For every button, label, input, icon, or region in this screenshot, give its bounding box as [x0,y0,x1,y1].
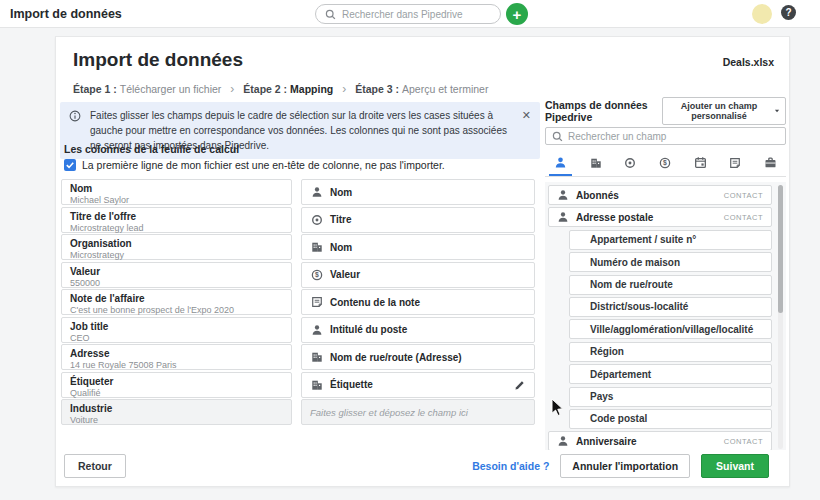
column-label: Industrie [70,403,283,414]
subfield-label: Code postal [590,413,647,424]
person-icon [310,186,323,198]
spreadsheet-column-cell[interactable]: Organisation Microstrategy [61,234,292,260]
help-icon[interactable]: ? [781,5,796,20]
mapped-field-cell[interactable]: Étiquette [301,372,535,398]
help-link[interactable]: Besoin d'aide ? [472,460,549,472]
column-label: Étiqueter [70,376,283,387]
step-1[interactable]: Étape 1 :Télécharger un fichier [73,83,221,95]
subfield-label: Région [590,346,624,357]
mapped-field-label: Valeur [330,269,360,280]
cancel-import-button[interactable]: Annuler l'importation [560,454,690,478]
field-search[interactable] [545,127,786,145]
step-2[interactable]: Étape 2 :Mapping [243,83,333,95]
tab-currency-icon[interactable]: $ [654,150,676,176]
mapped-field-label: Titre [330,214,352,225]
mapped-field-cell[interactable]: Nom [301,234,535,260]
organization-icon [310,241,323,253]
subfield-region[interactable]: Région [569,342,772,362]
tab-deal-icon[interactable] [619,150,641,176]
step-3[interactable]: Étape 3 :Aperçu et terminer [355,83,488,95]
add-custom-field-label: Ajouter un champ personnalisé [668,101,770,121]
person-icon [557,189,569,201]
mapped-field-label: Contenu de la note [330,297,420,308]
spreadsheet-column-cell[interactable]: Note de l'affaire C'est une bonne prospe… [61,289,292,315]
column-sample: Qualifié [70,388,283,398]
subfield-country[interactable]: Pays [569,387,772,407]
table-row: Titre de l'offre Microstrategy lead Titr… [61,207,535,233]
column-label: Adresse [70,348,283,359]
quick-add-button[interactable]: + [506,3,528,25]
subfield-postal-code[interactable]: Code postal [569,409,772,429]
back-button[interactable]: Retour [64,454,126,478]
svg-text:$: $ [663,159,667,167]
global-search[interactable] [315,4,501,24]
contact-badge: CONTACT [724,191,763,200]
tab-product-icon[interactable] [759,150,782,176]
info-icon [69,110,81,122]
subfield-street[interactable]: Nom de rue/route [569,275,772,295]
global-search-input[interactable] [342,9,491,20]
panel-title: Champs de données Pipedrive [545,99,662,123]
tab-organization-icon[interactable] [585,150,607,176]
subfield-district[interactable]: District/sous-localité [569,297,772,317]
organization-icon [310,351,323,363]
column-label: Titre de l'offre [70,211,283,222]
table-row: Nom Michael Saylor Nom [61,179,535,205]
spreadsheet-column-cell[interactable]: Industrie Voiture [61,399,292,425]
scrollbar-thumb[interactable] [778,185,783,313]
currency-icon: $ [310,269,323,281]
subfield-label: Appartement / suite n° [590,234,696,245]
close-icon[interactable]: ✕ [522,107,531,124]
table-row: Adresse 14 rue Royale 75008 Paris Nom de… [61,344,535,370]
mapped-field-label: Nom [330,242,352,253]
edit-pencil-icon[interactable] [514,380,525,391]
subfield-city[interactable]: Ville/agglomération/village/localité [569,319,772,339]
spreadsheet-column-cell[interactable]: Nom Michael Saylor [61,179,292,205]
table-row: Étiqueter Qualifié Étiquette [61,372,535,398]
svg-text:$: $ [315,271,319,279]
panel-header: Champs de données Pipedrive Ajouter un c… [545,101,786,121]
column-sample: 550000 [70,278,283,288]
field-item-postal-address[interactable]: Adresse postale CONTACT [548,207,772,227]
app-title: Import de données [10,7,122,21]
mapped-field-cell[interactable]: Contenu de la note [301,289,535,315]
mapping-table: Nom Michael Saylor Nom Titre de l'offre … [61,179,535,427]
spreadsheet-column-cell[interactable]: Titre de l'offre Microstrategy lead [61,207,292,233]
next-button[interactable]: Suivant [701,454,769,478]
import-card: Import de données Deals.xlsx Étape 1 :Té… [55,36,790,487]
person-icon [557,435,569,447]
contact-badge: CONTACT [724,437,763,446]
mapped-field-cell[interactable]: Nom de rue/route (Adresse) [301,344,535,370]
subfield-house-number[interactable]: Numéro de maison [569,252,772,272]
spreadsheet-column-cell[interactable]: Valeur 550000 [61,262,292,288]
add-custom-field-button[interactable]: Ajouter un champ personnalisé [662,97,786,125]
field-search-input[interactable] [568,131,779,142]
column-sample: C'est une bonne prospect de l'Expo 2020 [70,305,283,315]
note-icon [310,296,323,308]
field-item-followers[interactable]: Abonnés CONTACT [548,185,772,205]
field-item-birthday[interactable]: Anniversaire CONTACT [548,431,772,451]
mapped-field-cell[interactable]: Titre [301,207,535,233]
column-label: Job title [70,321,283,332]
subfield-apartment[interactable]: Appartement / suite n° [569,230,772,250]
subfield-label: Numéro de maison [590,257,680,268]
tab-activity-icon[interactable] [689,150,712,176]
pipedrive-fields-panel: Champs de données Pipedrive Ajouter un c… [545,101,786,452]
mapped-field-cell[interactable]: $ Valeur [301,262,535,288]
breadcrumb: Étape 1 :Télécharger un fichier › Étape … [73,82,488,96]
tab-person-icon[interactable] [549,150,572,176]
drop-zone-cell[interactable]: Faites glisser et déposez le champ ici [301,399,535,425]
field-item-label: Abonnés [576,190,717,201]
tab-note-icon[interactable] [724,150,746,176]
user-avatar[interactable] [752,4,772,24]
column-label: Valeur [70,266,283,277]
subfield-department[interactable]: Département [569,364,772,384]
mapped-field-cell[interactable]: Nom [301,179,535,205]
mapped-field-cell[interactable]: Intitulé du poste [301,317,535,343]
contact-badge: CONTACT [724,213,763,222]
panel-scrollbar[interactable] [778,185,783,449]
header-row-checkbox[interactable] [64,159,76,171]
spreadsheet-column-cell[interactable]: Job title CEO [61,317,292,343]
spreadsheet-column-cell[interactable]: Adresse 14 rue Royale 75008 Paris [61,344,292,370]
spreadsheet-column-cell[interactable]: Étiqueter Qualifié [61,372,292,398]
